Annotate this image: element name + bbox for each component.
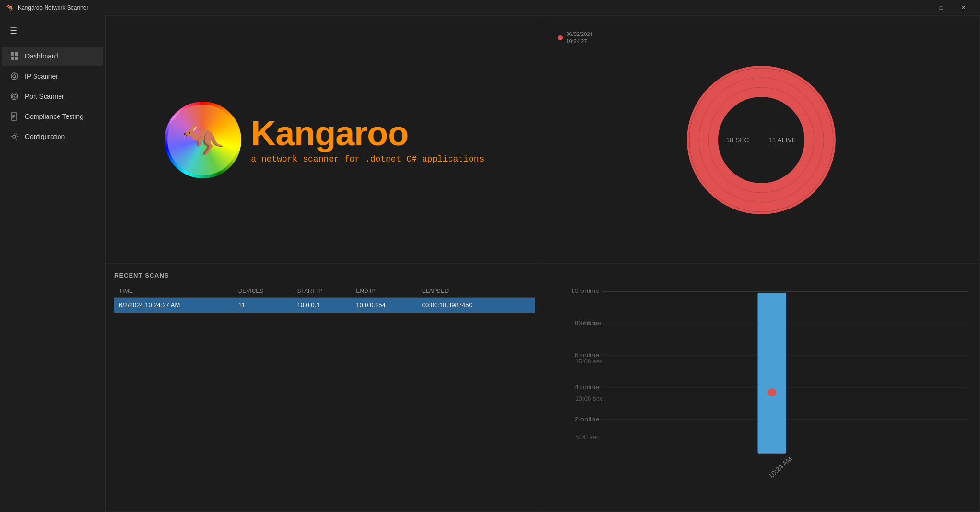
logo-panel: 🦘 Kangaroo a network scanner for .dotnet… — [106, 16, 543, 263]
logo-container: 🦘 Kangaroo a network scanner for .dotnet… — [165, 102, 484, 178]
svg-text:5:00 sec: 5:00 sec — [575, 434, 599, 441]
status-time: 06/02/2024 10:24:27 — [567, 31, 593, 46]
svg-text:6 online: 6 online — [574, 351, 599, 359]
sidebar-label-port-scanner: Port Scanner — [25, 93, 64, 100]
logo-text: Kangaroo a network scanner for .dotnet C… — [251, 116, 484, 164]
window-controls: ─ □ ✕ — [908, 0, 974, 15]
svg-rect-0 — [11, 52, 14, 56]
svg-rect-36 — [757, 293, 786, 454]
sidebar-label-ip-scanner: IP Scanner — [25, 72, 58, 80]
app-title: Kangaroo Network Scanner — [18, 4, 88, 11]
col-devices: DEVICES — [234, 285, 293, 298]
svg-text:20:00 sec: 20:00 sec — [575, 320, 603, 326]
cell-3: 10.0.0.254 — [351, 298, 417, 313]
table-row[interactable]: 6/2/2024 10:24:27 AM1110.0.0.110.0.0.254… — [114, 298, 535, 313]
donut-panel: 06/02/2024 10:24:27 — [543, 16, 980, 263]
dashboard-icon — [10, 51, 19, 61]
status-container: 06/02/2024 10:24:27 — [558, 31, 593, 46]
donut-chart: 18 SEC 11 ALIVE — [680, 58, 843, 221]
port-scanner-icon — [10, 92, 19, 101]
col-start-ip: START IP — [292, 285, 351, 298]
svg-text:10 online: 10 online — [572, 287, 600, 294]
svg-rect-2 — [11, 57, 14, 60]
titlebar: 🦘 Kangaroo Network Scanner ─ □ ✕ — [0, 0, 980, 15]
col-time: TIME — [114, 285, 234, 298]
close-button[interactable]: ✕ — [952, 0, 974, 15]
cell-2: 10.0.0.1 — [292, 298, 351, 313]
kangaroo-logo-circle: 🦘 — [165, 102, 241, 178]
svg-text:10:00 sec: 10:00 sec — [575, 396, 603, 402]
sidebar-item-ip-scanner[interactable]: IP Scanner — [2, 67, 103, 86]
hamburger-button[interactable]: ☰ — [4, 21, 23, 40]
cell-5 — [519, 298, 535, 313]
svg-text:2 online: 2 online — [574, 415, 599, 422]
minimize-button[interactable]: ─ — [908, 0, 930, 15]
sidebar-label-configuration: Configuration — [25, 133, 65, 140]
cell-1: 11 — [234, 298, 293, 313]
cell-0: 6/2/2024 10:24:27 AM — [114, 298, 234, 313]
sidebar-item-compliance-testing[interactable]: Compliance Testing — [2, 107, 103, 126]
svg-text:15:00 sec: 15:00 sec — [575, 358, 603, 365]
sidebar-item-configuration[interactable]: Configuration — [2, 127, 103, 146]
svg-point-15 — [13, 135, 16, 138]
ip-scanner-icon — [10, 71, 19, 81]
sec-label: 18 SEC — [726, 136, 749, 144]
scans-panel: RECENT SCANS TIME DEVICES START IP END I… — [106, 264, 543, 511]
sidebar: ☰ Dashboard IP Scan — [0, 15, 106, 512]
chart-panel: 10 online 8 online 6 online 4 online 2 o… — [543, 264, 980, 511]
col-extra — [519, 285, 535, 298]
svg-text:4 online: 4 online — [574, 384, 599, 391]
sidebar-label-dashboard: Dashboard — [25, 52, 58, 60]
logo-title: Kangaroo — [251, 116, 484, 151]
main-content: 🦘 Kangaroo a network scanner for .dotnet… — [106, 15, 980, 512]
alive-label: 11 ALIVE — [768, 136, 796, 144]
svg-point-10 — [14, 96, 15, 97]
scans-table: TIME DEVICES START IP END IP ELAPSED 6/2… — [114, 285, 535, 313]
sidebar-item-dashboard[interactable]: Dashboard — [2, 47, 103, 66]
kangaroo-emoji: 🦘 — [167, 105, 238, 175]
app-icon: 🦘 — [6, 4, 14, 12]
col-elapsed: ELAPSED — [417, 285, 519, 298]
cell-4: 00:00:18.3987450 — [417, 298, 519, 313]
svg-rect-3 — [15, 57, 18, 60]
sidebar-label-compliance-testing: Compliance Testing — [25, 113, 83, 120]
donut-labels: 18 SEC 11 ALIVE — [726, 136, 796, 144]
table-header-row: TIME DEVICES START IP END IP ELAPSED — [114, 285, 535, 298]
svg-point-37 — [767, 389, 776, 396]
logo-subtitle: a network scanner for .dotnet C# applica… — [251, 154, 484, 164]
svg-rect-1 — [15, 52, 18, 56]
bar-chart-svg: 10 online 8 online 6 online 4 online 2 o… — [572, 274, 972, 492]
svg-point-5 — [13, 75, 16, 78]
scans-title: RECENT SCANS — [114, 272, 535, 279]
col-end-ip: END IP — [351, 285, 417, 298]
configuration-icon — [10, 132, 19, 141]
status-dot — [558, 35, 563, 40]
svg-text:10:24 AM: 10:24 AM — [767, 455, 793, 479]
app-layout: ☰ Dashboard IP Scan — [0, 15, 980, 512]
compliance-icon — [10, 112, 19, 121]
sidebar-item-port-scanner[interactable]: Port Scanner — [2, 87, 103, 106]
restore-button[interactable]: □ — [930, 0, 952, 15]
